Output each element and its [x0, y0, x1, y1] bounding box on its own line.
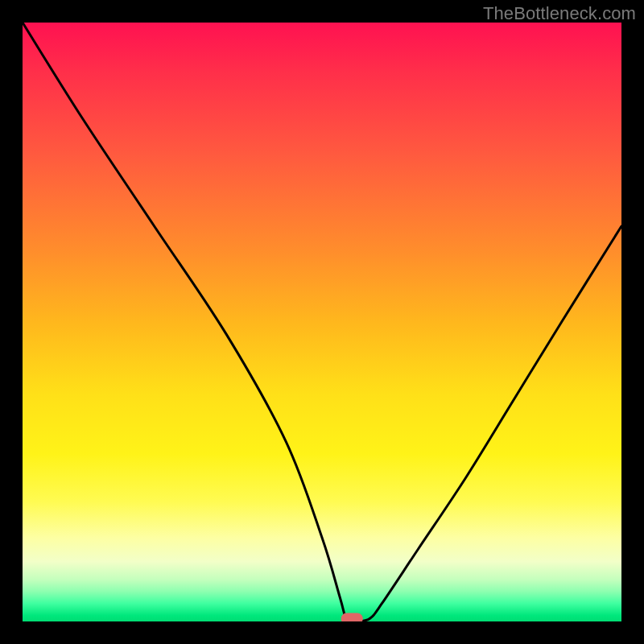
curve-layer — [23, 23, 621, 621]
bottleneck-curve — [23, 23, 621, 621]
watermark-text: TheBottleneck.com — [483, 3, 636, 24]
chart-frame: TheBottleneck.com — [0, 0, 644, 644]
minimum-marker — [341, 613, 362, 621]
plot-area — [23, 23, 621, 621]
